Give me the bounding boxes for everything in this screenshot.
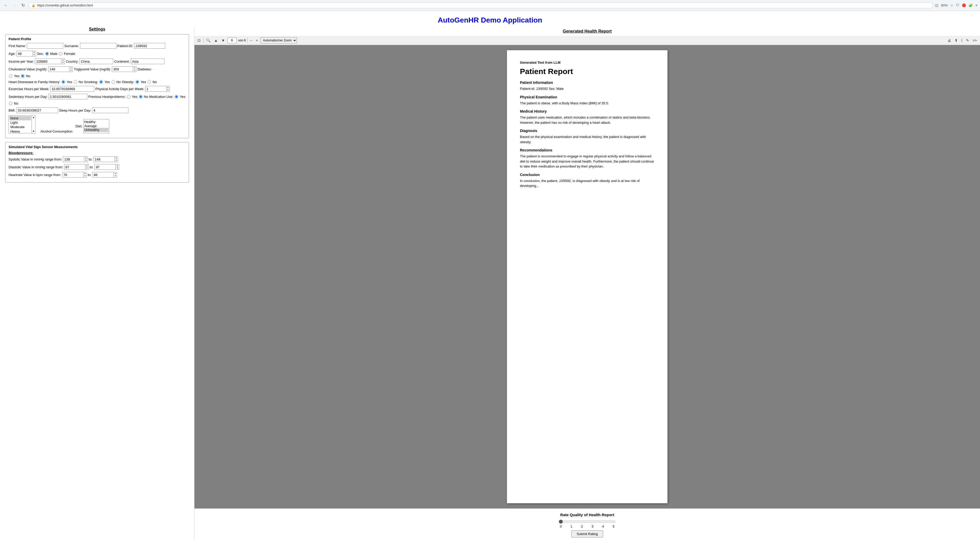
continent-input[interactable] bbox=[131, 59, 164, 64]
heartrate-from-up[interactable]: ▲ bbox=[84, 172, 86, 175]
triglycerid-spinner[interactable]: ▲ ▼ bbox=[112, 66, 137, 72]
triglycerid-down[interactable]: ▼ bbox=[134, 69, 136, 72]
triglycerid-input[interactable] bbox=[112, 67, 133, 72]
sedentary-input[interactable] bbox=[48, 94, 87, 99]
sex-male-radio[interactable] bbox=[45, 52, 49, 56]
cholesterol-input[interactable] bbox=[48, 67, 69, 72]
zoom-in-button[interactable]: + bbox=[255, 38, 259, 43]
bmi-input[interactable] bbox=[17, 108, 58, 113]
heartrate-from-arrows[interactable]: ▲ ▼ bbox=[83, 172, 86, 177]
alcohol-none-option[interactable]: None bbox=[10, 116, 31, 121]
prev-heart-no-radio[interactable] bbox=[139, 95, 142, 98]
heart-no-radio[interactable] bbox=[74, 80, 77, 84]
diet-select[interactable]: Healthy Average Unhealthy bbox=[83, 119, 109, 133]
next-page-button[interactable]: ▼ bbox=[220, 38, 226, 43]
prev-page-button[interactable]: ▲ bbox=[213, 38, 219, 43]
systolic-to-input[interactable] bbox=[94, 157, 115, 162]
heartrate-to-spinner[interactable]: ▲ ▼ bbox=[92, 172, 117, 178]
heartrate-to-down[interactable]: ▼ bbox=[114, 175, 116, 177]
bookmark-icon[interactable]: ☆ bbox=[950, 3, 953, 7]
country-input[interactable] bbox=[80, 59, 113, 64]
systolic-from-down[interactable]: ▼ bbox=[85, 159, 87, 162]
reader-mode-icon[interactable]: ⊡ bbox=[935, 3, 938, 8]
medication-no-radio[interactable] bbox=[9, 102, 13, 105]
income-down-arrow[interactable]: ▼ bbox=[62, 61, 64, 64]
heartrate-from-down[interactable]: ▼ bbox=[84, 175, 86, 177]
submit-rating-button[interactable]: Submit Rating bbox=[571, 530, 603, 537]
page-number-input[interactable] bbox=[228, 38, 237, 43]
heartrate-to-arrows[interactable]: ▲ ▼ bbox=[113, 172, 117, 177]
diastolic-to-up[interactable]: ▲ bbox=[116, 164, 118, 167]
alcohol-moderate-option[interactable]: Moderate bbox=[10, 125, 31, 129]
diastolic-to-spinner[interactable]: ▲ ▼ bbox=[94, 164, 119, 170]
cursor-tool-button[interactable]: I bbox=[960, 38, 963, 43]
cholesterol-down[interactable]: ▼ bbox=[70, 69, 72, 72]
diastolic-from-arrows[interactable]: ▲ ▼ bbox=[85, 164, 89, 170]
income-arrows[interactable]: ▲ ▼ bbox=[61, 59, 64, 64]
diastolic-from-up[interactable]: ▲ bbox=[86, 164, 88, 167]
income-spinner[interactable]: ▲ ▼ bbox=[35, 59, 65, 64]
age-input[interactable] bbox=[17, 51, 32, 56]
cholesterol-spinner[interactable]: ▲ ▼ bbox=[48, 66, 73, 72]
sleep-input[interactable] bbox=[92, 108, 129, 113]
sidebar-toggle-button[interactable]: ⊡ bbox=[197, 38, 202, 43]
cholesterol-arrows[interactable]: ▲ ▼ bbox=[69, 67, 73, 72]
income-input[interactable] bbox=[35, 59, 61, 64]
cholesterol-up[interactable]: ▲ bbox=[70, 67, 72, 69]
download-button[interactable]: ⬆ bbox=[954, 38, 959, 43]
heart-yes-radio[interactable] bbox=[62, 80, 65, 84]
more-tools-button[interactable]: >> bbox=[972, 38, 978, 43]
obesity-yes-radio[interactable] bbox=[136, 80, 139, 84]
sex-female-radio[interactable] bbox=[59, 52, 62, 56]
systolic-from-spinner[interactable]: ▲ ▼ bbox=[63, 156, 88, 162]
diabetes-yes-radio[interactable] bbox=[9, 74, 13, 78]
surname-input[interactable] bbox=[80, 43, 116, 49]
forward-button[interactable]: → bbox=[11, 3, 18, 8]
activity-down[interactable]: ▼ bbox=[167, 89, 169, 91]
medication-yes-radio[interactable] bbox=[175, 95, 178, 98]
systolic-from-arrows[interactable]: ▲ ▼ bbox=[84, 157, 87, 162]
alcohol-scrollbar[interactable]: ▲ ▼ bbox=[32, 115, 35, 133]
systolic-to-up[interactable]: ▲ bbox=[115, 157, 117, 159]
age-up-arrow[interactable]: ▲ bbox=[33, 51, 35, 54]
diastolic-to-down[interactable]: ▼ bbox=[116, 167, 118, 170]
diet-average[interactable]: Average bbox=[84, 124, 108, 128]
systolic-to-down[interactable]: ▼ bbox=[115, 159, 117, 162]
diastolic-to-input[interactable] bbox=[95, 164, 116, 170]
prev-heart-yes-radio[interactable] bbox=[127, 95, 130, 98]
alcohol-scroll-up[interactable]: ▲ bbox=[32, 116, 35, 119]
systolic-to-spinner[interactable]: ▲ ▼ bbox=[94, 156, 118, 162]
heartrate-to-input[interactable] bbox=[93, 172, 113, 177]
diet-healthy[interactable]: Healthy bbox=[84, 120, 108, 124]
age-down-arrow[interactable]: ▼ bbox=[33, 54, 35, 56]
refresh-button[interactable]: ↻ bbox=[20, 2, 26, 8]
diastolic-from-spinner[interactable]: ▲ ▼ bbox=[64, 164, 89, 170]
alcohol-scroll-down[interactable]: ▼ bbox=[32, 130, 35, 133]
diastolic-from-down[interactable]: ▼ bbox=[86, 167, 88, 170]
activity-arrows[interactable]: ▲ ▼ bbox=[166, 86, 170, 91]
obesity-no-radio[interactable] bbox=[148, 80, 151, 84]
print-button[interactable]: 🖨 bbox=[947, 38, 952, 43]
exercise-input[interactable] bbox=[50, 86, 94, 92]
diastolic-from-input[interactable] bbox=[64, 164, 85, 170]
diastolic-to-arrows[interactable]: ▲ ▼ bbox=[116, 164, 119, 170]
age-spinner[interactable]: ▲ ▼ bbox=[17, 51, 36, 56]
first-name-input[interactable] bbox=[27, 43, 63, 49]
systolic-from-input[interactable] bbox=[63, 157, 84, 162]
search-button[interactable]: 🔍 bbox=[205, 38, 212, 43]
triglycerid-arrows[interactable]: ▲ ▼ bbox=[133, 67, 136, 72]
heartrate-from-spinner[interactable]: ▲ ▼ bbox=[62, 172, 87, 178]
systolic-from-up[interactable]: ▲ bbox=[85, 157, 87, 159]
activity-spinner[interactable]: ▲ ▼ bbox=[145, 86, 170, 92]
diet-unhealthy[interactable]: Unhealthy bbox=[84, 128, 108, 132]
zoom-out-button[interactable]: − bbox=[249, 38, 253, 43]
menu-icon[interactable]: ≡ bbox=[975, 3, 977, 7]
alcohol-heavy-option[interactable]: Heavy bbox=[10, 129, 31, 133]
heartrate-from-input[interactable] bbox=[62, 172, 83, 177]
annotation-button[interactable]: ✎ bbox=[965, 38, 970, 43]
heartrate-to-up[interactable]: ▲ bbox=[114, 172, 116, 175]
systolic-to-arrows[interactable]: ▲ ▼ bbox=[115, 157, 118, 162]
alcohol-listbox[interactable]: None Light Moderate Heavy bbox=[8, 115, 32, 133]
zoom-select[interactable]: Automatischer Zoom Tatsächliche Größe Se… bbox=[261, 37, 297, 43]
triglycerid-up[interactable]: ▲ bbox=[134, 67, 136, 69]
